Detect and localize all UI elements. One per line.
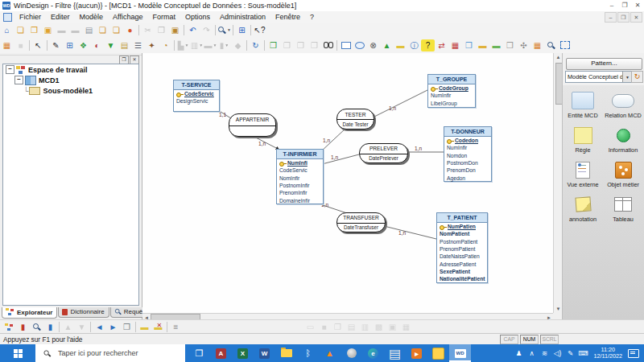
gray-app-icon[interactable] bbox=[341, 344, 362, 362]
palette-item-information[interactable]: Information bbox=[603, 126, 643, 154]
pen-icon[interactable]: ✎ bbox=[564, 349, 577, 357]
history-icon[interactable]: ◔ bbox=[159, 39, 172, 51]
grid-icon[interactable]: ⊞ bbox=[235, 24, 249, 36]
taskbar-search[interactable] bbox=[35, 344, 185, 362]
tree-item-sous-mod-le1[interactable]: └Sous-modèle1 bbox=[3, 85, 138, 96]
start-button[interactable] bbox=[0, 344, 35, 362]
export-icon[interactable]: ❏ bbox=[96, 24, 109, 36]
people-icon[interactable]: ♟ bbox=[513, 349, 526, 357]
draw-tool-icon[interactable]: ✎ bbox=[49, 39, 63, 51]
clipboard-icon[interactable]: ▤ bbox=[118, 39, 131, 51]
open-icon[interactable]: ▣ bbox=[41, 24, 55, 36]
palette-item-entity[interactable]: Entité MCD bbox=[563, 92, 603, 119]
access-icon[interactable]: A bbox=[210, 344, 232, 362]
explorer-tree-icon[interactable] bbox=[2, 321, 16, 333]
expand-toggle-icon[interactable]: − bbox=[14, 76, 23, 84]
mdi-minimize-button[interactable]: – bbox=[605, 12, 617, 23]
pattern-button[interactable]: Pattern... bbox=[566, 58, 642, 70]
information-tool-icon[interactable]: ⓘ bbox=[407, 39, 421, 51]
label-tool-icon[interactable]: ▬ bbox=[394, 39, 407, 51]
entity-t-infirmier[interactable]: T-INFIRMIERNumInfiCodeServicNomInfirPost… bbox=[276, 149, 324, 204]
media-app-icon[interactable]: ▶ bbox=[406, 344, 427, 362]
generate-icon[interactable]: ✣ bbox=[517, 39, 530, 51]
minimize-button[interactable]: – bbox=[605, 1, 618, 10]
tab-dictionnaire[interactable]: Dictionnaire bbox=[58, 307, 109, 318]
entity-t-donneur[interactable]: T-DONNEURCodedonNumInfirNomdonPostnomDon… bbox=[444, 126, 492, 182]
search-input[interactable] bbox=[56, 348, 172, 358]
menu-fichier[interactable]: Fichier bbox=[14, 11, 46, 23]
relation-appartenir[interactable]: APPARTENIR bbox=[229, 113, 276, 137]
select-region-icon[interactable] bbox=[558, 39, 572, 51]
mdi-restore-button[interactable]: ❐ bbox=[617, 12, 630, 23]
palette-item-rule[interactable]: Règle bbox=[563, 126, 603, 154]
palette-item-relation[interactable]: Relation MCD bbox=[603, 92, 643, 119]
home-icon[interactable]: ⌂ bbox=[0, 24, 14, 36]
layers-icon[interactable]: ❐ bbox=[266, 39, 280, 51]
format-painter-icon[interactable]: ◐ bbox=[90, 39, 104, 51]
relation-transfuser[interactable]: TRANSFUSERDateTransfuser bbox=[336, 212, 386, 232]
report-icon[interactable]: ☰ bbox=[131, 39, 145, 51]
word-icon[interactable]: W bbox=[254, 344, 275, 362]
search-icon[interactable] bbox=[30, 321, 43, 333]
network-icon[interactable]: ≋ bbox=[539, 349, 551, 357]
undo-icon[interactable]: ↶ bbox=[186, 24, 200, 36]
tab-explorateur[interactable]: Explorateur bbox=[2, 307, 57, 319]
palette-item-external-view[interactable]: Vue externe bbox=[563, 161, 603, 188]
volume-icon[interactable]: ◁) bbox=[551, 349, 564, 357]
mosaic-icon[interactable]: ▦ bbox=[530, 39, 544, 51]
pattern-reload-icon[interactable]: ↻ bbox=[631, 71, 643, 83]
taskbar-clock[interactable]: 11:20 12/11/2022 bbox=[590, 347, 626, 360]
windesign-app-icon[interactable]: WD bbox=[449, 344, 471, 362]
show-labels-icon[interactable]: ▬ bbox=[138, 321, 151, 333]
shape-link-icon[interactable]: ❒ bbox=[503, 39, 517, 51]
printer-icon[interactable]: ▤ bbox=[384, 344, 406, 362]
menu-fentre[interactable]: Fenêtre bbox=[270, 11, 305, 23]
table-tool-icon[interactable]: ▦ bbox=[448, 39, 462, 51]
web-publish-icon[interactable]: ● bbox=[123, 24, 137, 36]
palette-item-table[interactable]: Tableau bbox=[603, 195, 643, 223]
palette-item-business-object[interactable]: Objet métier bbox=[603, 161, 643, 188]
bluetooth-icon[interactable]: ᛒ bbox=[297, 344, 319, 362]
palette-item-annotation[interactable]: annotation bbox=[563, 195, 603, 223]
dictionary-book-icon[interactable]: ▮ bbox=[16, 321, 30, 333]
close-button[interactable]: ✕ bbox=[631, 1, 644, 10]
import-icon[interactable]: ❏ bbox=[109, 24, 123, 36]
tree-item-espace-de-travail[interactable]: −Espace de travail bbox=[3, 64, 138, 75]
menu-options[interactable]: Options bbox=[180, 11, 215, 23]
collapse-panel-icon[interactable]: ≡ bbox=[169, 321, 183, 333]
menu-modle[interactable]: Modèle bbox=[75, 11, 109, 23]
folder-green-icon[interactable]: ▬ bbox=[489, 39, 503, 51]
hierarchy-icon[interactable]: ⊞ bbox=[63, 39, 76, 51]
file-explorer-icon[interactable] bbox=[275, 344, 297, 362]
find-objects-icon[interactable] bbox=[321, 39, 335, 51]
touch-keyboard-icon[interactable]: ⌨ bbox=[577, 349, 590, 357]
paste-icon[interactable]: ▣ bbox=[168, 24, 182, 36]
entity-t-service[interactable]: T-SERVICECodeServicDesignServic bbox=[173, 80, 220, 112]
maximize-button[interactable]: ❐ bbox=[618, 1, 631, 10]
select-tool-icon[interactable]: ↖ bbox=[31, 39, 45, 51]
hide-labels-icon[interactable]: ▬ bbox=[151, 321, 165, 333]
excel-icon[interactable]: X bbox=[232, 344, 254, 362]
notification-center-icon[interactable] bbox=[628, 349, 639, 358]
nav-forward-icon[interactable]: ► bbox=[106, 321, 120, 333]
import-data-icon[interactable]: ▼ bbox=[104, 39, 118, 51]
nav-back-icon[interactable]: ◄ bbox=[93, 321, 106, 333]
note-tool-icon[interactable]: ? bbox=[421, 39, 435, 51]
mdi-close-button[interactable]: ✕ bbox=[630, 12, 642, 23]
zoom-area-icon[interactable] bbox=[544, 39, 558, 51]
context-help-icon[interactable]: ↖? bbox=[253, 24, 266, 36]
link-tool-icon[interactable]: ⇄ bbox=[435, 39, 448, 51]
entity-tool-icon[interactable] bbox=[339, 39, 353, 51]
menu-editer[interactable]: Editer bbox=[46, 11, 75, 23]
expand-toggle-icon[interactable]: − bbox=[6, 65, 14, 74]
pages-tool-icon[interactable]: ❒ bbox=[462, 39, 476, 51]
wizard-icon[interactable]: ✦ bbox=[145, 39, 159, 51]
edge-icon[interactable]: e bbox=[362, 344, 384, 362]
new-from-model-icon[interactable]: ❐ bbox=[27, 24, 41, 36]
refresh-icon[interactable]: ↻ bbox=[249, 39, 262, 51]
menu-affichage[interactable]: Affichage bbox=[108, 11, 147, 23]
open-diagram-icon[interactable]: ❐ bbox=[120, 321, 134, 333]
menu-administration[interactable]: Administration bbox=[215, 11, 270, 23]
relation-prelever[interactable]: PRELEVERDatePrelever bbox=[359, 143, 408, 163]
relation-tool-icon[interactable] bbox=[353, 39, 366, 51]
